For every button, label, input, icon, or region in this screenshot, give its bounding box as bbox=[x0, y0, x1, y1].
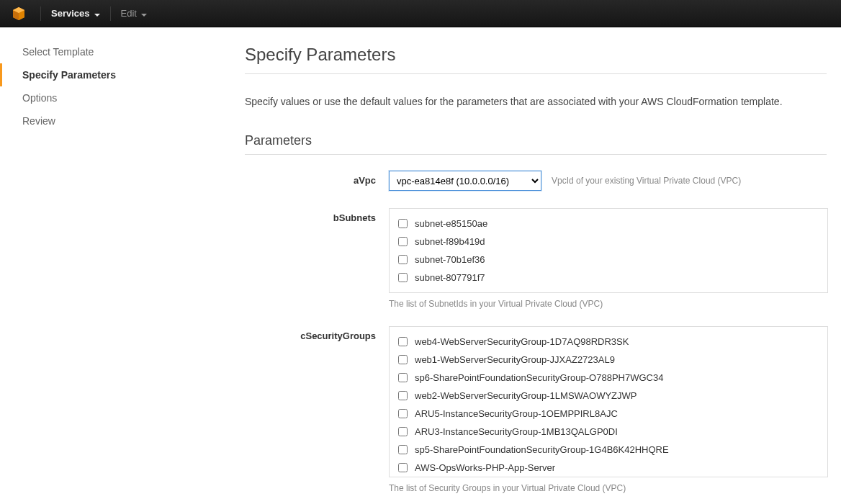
securitygroup-checkbox[interactable] bbox=[398, 427, 408, 436]
csecuritygroups-hint: The list of Security Groups in your Virt… bbox=[389, 483, 828, 493]
securitygroup-label: ARU3-InstanceSecurityGroup-1MB13QALGP0DI bbox=[415, 426, 618, 437]
securitygroup-item[interactable]: web2-WebServerSecurityGroup-1LMSWAOWYZJW… bbox=[398, 387, 819, 405]
content-container: Select Template Specify Parameters Optio… bbox=[0, 27, 841, 504]
chevron-down-icon bbox=[141, 8, 147, 19]
securitygroup-label: sp5-SharePointFoundationSecurityGroup-1G… bbox=[415, 444, 669, 455]
aws-logo-icon[interactable] bbox=[10, 5, 27, 22]
subnet-item[interactable]: subnet-807791f7 bbox=[398, 269, 819, 287]
sidebar-step-review[interactable]: Review bbox=[0, 109, 223, 132]
avpc-hint: VpcId of your existing Virtual Private C… bbox=[552, 176, 741, 186]
securitygroup-label: ARU5-InstanceSecurityGroup-1OEMPPIRL8AJC bbox=[415, 408, 618, 419]
param-row-bsubnets: bSubnets subnet-e85150ae subnet-f89b419d… bbox=[245, 208, 827, 309]
bsubnets-listbox: subnet-e85150ae subnet-f89b419d subnet-7… bbox=[389, 208, 828, 293]
securitygroup-item[interactable]: sp5-SharePointFoundationSecurityGroup-1G… bbox=[398, 441, 819, 459]
subnet-item[interactable]: subnet-70b1ef36 bbox=[398, 251, 819, 269]
sidebar: Select Template Specify Parameters Optio… bbox=[0, 27, 223, 504]
page-title: Specify Parameters bbox=[245, 45, 827, 74]
securitygroup-checkbox[interactable] bbox=[398, 391, 408, 400]
sidebar-step-label: Review bbox=[22, 115, 55, 127]
nav-services-label: Services bbox=[51, 8, 90, 19]
securitygroup-item[interactable]: ARU3-InstanceSecurityGroup-1MB13QALGP0DI bbox=[398, 423, 819, 441]
subnet-label: subnet-f89b419d bbox=[415, 236, 485, 247]
subnet-label: subnet-70b1ef36 bbox=[415, 254, 485, 265]
subnet-label: subnet-807791f7 bbox=[415, 272, 485, 283]
param-row-avpc: aVpc vpc-ea814e8f (10.0.0.0/16) VpcId of… bbox=[245, 171, 827, 191]
param-label-avpc: aVpc bbox=[245, 171, 389, 186]
subnet-checkbox[interactable] bbox=[398, 237, 408, 246]
securitygroup-label: sp6-SharePointFoundationSecurityGroup-O7… bbox=[415, 372, 663, 383]
bsubnets-hint: The list of SubnetIds in your Virtual Pr… bbox=[389, 299, 828, 309]
securitygroup-checkbox[interactable] bbox=[398, 337, 408, 346]
subnet-item[interactable]: subnet-e85150ae bbox=[398, 215, 819, 233]
securitygroup-item[interactable]: web4-WebServerSecurityGroup-1D7AQ98RDR3S… bbox=[398, 333, 819, 351]
securitygroup-label: web4-WebServerSecurityGroup-1D7AQ98RDR3S… bbox=[415, 336, 629, 347]
subnet-checkbox[interactable] bbox=[398, 273, 408, 282]
securitygroup-item[interactable]: ARU5-InstanceSecurityGroup-1OEMPPIRL8AJC bbox=[398, 405, 819, 423]
securitygroup-checkbox[interactable] bbox=[398, 373, 408, 382]
subnet-label: subnet-e85150ae bbox=[415, 218, 487, 229]
subnet-checkbox[interactable] bbox=[398, 255, 408, 264]
nav-divider bbox=[40, 6, 41, 21]
avpc-select[interactable]: vpc-ea814e8f (10.0.0.0/16) bbox=[389, 171, 541, 191]
param-label-bsubnets: bSubnets bbox=[245, 208, 389, 223]
securitygroup-checkbox[interactable] bbox=[398, 463, 408, 472]
securitygroup-item[interactable]: sp6-SharePointFoundationSecurityGroup-O7… bbox=[398, 369, 819, 387]
securitygroup-item[interactable]: web1-WebServerSecurityGroup-JJXAZ2723AL9 bbox=[398, 351, 819, 369]
securitygroup-label: AWS-OpsWorks-PHP-App-Server bbox=[415, 462, 555, 473]
sidebar-step-label: Options bbox=[22, 92, 57, 104]
csecuritygroups-listbox[interactable]: web4-WebServerSecurityGroup-1D7AQ98RDR3S… bbox=[389, 326, 828, 477]
sidebar-step-label: Select Template bbox=[22, 46, 94, 58]
main-content: Specify Parameters Specify values or use… bbox=[223, 27, 841, 504]
navbar: Services Edit bbox=[0, 0, 841, 27]
page-intro: Specify values or use the default values… bbox=[245, 96, 827, 107]
sidebar-step-specify-parameters[interactable]: Specify Parameters bbox=[0, 63, 223, 86]
securitygroup-checkbox[interactable] bbox=[398, 355, 408, 364]
subnet-checkbox[interactable] bbox=[398, 219, 408, 228]
sidebar-step-select-template[interactable]: Select Template bbox=[0, 40, 223, 63]
nav-services[interactable]: Services bbox=[44, 8, 107, 19]
nav-divider bbox=[110, 6, 111, 21]
securitygroup-item[interactable]: AWS-OpsWorks-PHP-App-Server bbox=[398, 459, 819, 477]
securitygroup-label: web2-WebServerSecurityGroup-1LMSWAOWYZJW… bbox=[415, 390, 637, 401]
securitygroup-checkbox[interactable] bbox=[398, 409, 408, 418]
chevron-down-icon bbox=[94, 8, 100, 19]
sidebar-step-options[interactable]: Options bbox=[0, 86, 223, 109]
sidebar-step-label: Specify Parameters bbox=[22, 69, 116, 81]
subnet-item[interactable]: subnet-f89b419d bbox=[398, 233, 819, 251]
param-label-csecuritygroups: cSecurityGroups bbox=[245, 326, 389, 341]
section-title: Parameters bbox=[245, 133, 827, 155]
nav-edit-label: Edit bbox=[121, 8, 137, 19]
param-row-csecuritygroups: cSecurityGroups web4-WebServerSecurityGr… bbox=[245, 326, 827, 493]
securitygroup-checkbox[interactable] bbox=[398, 445, 408, 454]
securitygroup-label: web1-WebServerSecurityGroup-JJXAZ2723AL9 bbox=[415, 354, 615, 365]
nav-edit[interactable]: Edit bbox=[114, 8, 154, 19]
